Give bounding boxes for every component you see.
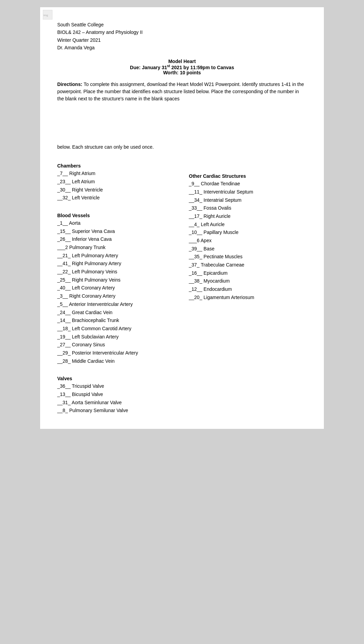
directions-bold: Directions: [57, 82, 84, 87]
list-item: __32_ Left Ventricle [57, 194, 175, 202]
title-section: Model Heart Due: January 31st 2021 by 11… [57, 59, 307, 76]
directions-cont-text: below. Each structure can only be used o… [57, 144, 154, 150]
due-rest: 2021 by 11:59pm to Canvas [170, 64, 234, 70]
list-item: __28_ Middle Cardiac Vein [57, 358, 175, 365]
list-item: _23__ Left Atrium [57, 178, 175, 186]
list-item: _30__ Right Ventricle [57, 186, 175, 194]
list-item: _19__ Left Subclavian Artery [57, 333, 175, 341]
list-item: _26__ Inferior Vena Cava [57, 236, 175, 243]
list-item: _15__ Superior Vena Cava [57, 228, 175, 235]
list-item: _3__ Right Coronary Artery [57, 293, 175, 300]
list-item: _1__ Aorta [57, 220, 175, 227]
list-item: __18_ Left Common Carotid Artery [57, 325, 175, 333]
list-item: _39__ Base [189, 245, 307, 253]
directions-text: Directions: To complete this assignment,… [57, 81, 307, 102]
list-item: __20_ Ligamentum Arteriosum [189, 294, 307, 301]
list-item: _40__ Left Coronary Artery [57, 284, 175, 292]
due-text: Due: January 31 [130, 64, 167, 70]
content-columns: Chambers _7__ Right Atrium _23__ Left At… [57, 158, 307, 415]
list-item: ___2 Pulmonary Trunk [57, 244, 175, 251]
list-item: __38_ Myocardium [189, 277, 307, 285]
school-name: South Seattle College [57, 21, 307, 28]
other-title: Other Cardiac Structures [189, 173, 307, 179]
list-item: _13__ Bicuspid Valve [57, 391, 175, 398]
list-item: _33__ Fossa Ovalis [189, 205, 307, 212]
list-item: _27__ Coronary Sinus [57, 341, 175, 349]
course-name: BIOL& 242 – Anatomy and Physiology II [57, 28, 307, 36]
main-title: Model Heart [57, 59, 307, 64]
instructor: Dr. Amanda Vega [57, 44, 307, 51]
valves-title: Valves [57, 376, 175, 381]
chambers-title: Chambers [57, 163, 175, 169]
quarter: Winter Quarter 2021 [57, 36, 307, 44]
list-item: _24__ Great Cardiac Vein [57, 309, 175, 317]
list-item: _9__ Chordae Tendinae [189, 180, 307, 188]
list-item: _5__ Anterior Interventricular Artery [57, 301, 175, 308]
directions-continued: below. Each structure can only be used o… [57, 144, 307, 151]
logo: img [43, 10, 53, 20]
list-item: _14__ Brachiocephalic Trunk [57, 317, 175, 324]
list-item: __29_ Posterior Interventricular Artery [57, 349, 175, 357]
directions-body: To complete this assignment, download th… [57, 82, 304, 101]
left-column: Chambers _7__ Right Atrium _23__ Left At… [57, 158, 175, 415]
list-item: __17_ Right Auricle [189, 213, 307, 220]
header-info: South Seattle College BIOL& 242 – Anatom… [57, 21, 307, 52]
page: img South Seattle College BIOL& 242 – An… [40, 7, 324, 429]
list-item: __41_ Right Pulmonary Artery [57, 260, 175, 268]
list-item: _16__ Epicardium [189, 270, 307, 277]
list-item: __11_ Interventricular Septum [189, 188, 307, 196]
list-item: _12__ Endocardium [189, 286, 307, 293]
list-item: __31_ Aorta Seminlunar Valve [57, 399, 175, 407]
svg-text:img: img [44, 14, 48, 17]
list-item: __8_ Pulmonary Semilunar Valve [57, 407, 175, 414]
blood-vessels-title: Blood Vessels [57, 213, 175, 218]
list-item: _37_ Trabeculae Carneae [189, 261, 307, 269]
list-item: __34_ Interatrial Septum [189, 197, 307, 204]
worth: Worth: 10 points [57, 70, 307, 75]
list-item: __35_ Pectinate Muscles [189, 253, 307, 261]
list-item: _7__ Right Atrium [57, 170, 175, 177]
due-date: Due: January 31st 2021 by 11:59pm to Can… [57, 64, 307, 70]
list-item: ___6 Apex [189, 237, 307, 245]
list-item: _10__ Papillary Muscle [189, 229, 307, 236]
list-item: _25__ Right Pulmonary Veins [57, 276, 175, 284]
list-item: _36__ Tricuspid Valve [57, 383, 175, 390]
list-item: __21_ Left Pulmonary Artery [57, 252, 175, 260]
list-item: __22_ Left Pulmonary Veins [57, 268, 175, 276]
due-sup: st [167, 64, 170, 68]
right-column: Other Cardiac Structures _9__ Chordae Te… [189, 158, 307, 415]
list-item: __4_ Left Auricle [189, 221, 307, 228]
